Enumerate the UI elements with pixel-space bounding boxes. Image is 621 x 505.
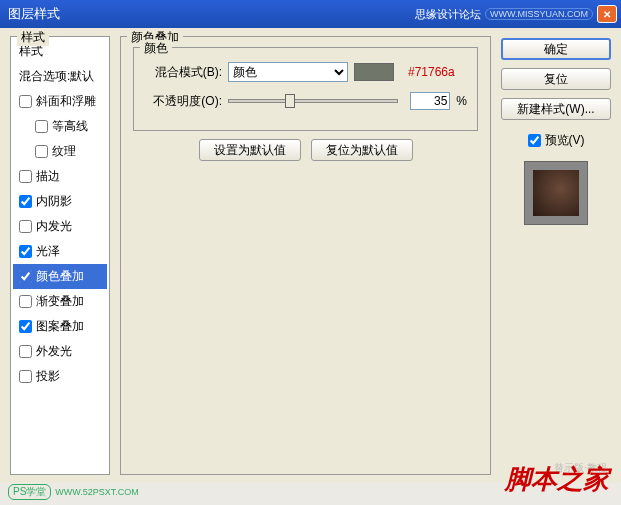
set-default-button[interactable]: 设置为默认值 bbox=[199, 139, 301, 161]
blend-mode-select[interactable]: 颜色 bbox=[228, 62, 348, 82]
style-item-5[interactable]: 描边 bbox=[13, 164, 107, 189]
style-item-label: 纹理 bbox=[52, 143, 76, 160]
preview-label: 预览(V) bbox=[545, 132, 585, 149]
style-item-label: 内阴影 bbox=[36, 193, 72, 210]
style-item-label: 光泽 bbox=[36, 243, 60, 260]
style-item-label: 内发光 bbox=[36, 218, 72, 235]
style-item-label: 图案叠加 bbox=[36, 318, 84, 335]
style-item-label: 投影 bbox=[36, 368, 60, 385]
style-item-1[interactable]: 混合选项:默认 bbox=[13, 64, 107, 89]
opacity-unit: % bbox=[456, 94, 467, 108]
style-item-6[interactable]: 内阴影 bbox=[13, 189, 107, 214]
style-checkbox[interactable] bbox=[19, 170, 32, 183]
style-checkbox[interactable] bbox=[35, 120, 48, 133]
styles-panel: 样式 样式混合选项:默认斜面和浮雕等高线纹理描边内阴影内发光光泽颜色叠加渐变叠加… bbox=[10, 36, 110, 475]
preview-thumbnail bbox=[524, 161, 588, 225]
style-item-label: 外发光 bbox=[36, 343, 72, 360]
footer-url: WWW.52PSXT.COM bbox=[55, 487, 139, 497]
preview-checkbox[interactable] bbox=[528, 134, 541, 147]
close-icon[interactable]: ✕ bbox=[597, 5, 617, 23]
style-item-3[interactable]: 等高线 bbox=[13, 114, 107, 139]
opacity-input[interactable] bbox=[410, 92, 450, 110]
style-item-9[interactable]: 颜色叠加 bbox=[13, 264, 107, 289]
style-checkbox[interactable] bbox=[19, 345, 32, 358]
window-title: 图层样式 bbox=[4, 5, 415, 23]
style-item-4[interactable]: 纹理 bbox=[13, 139, 107, 164]
style-item-7[interactable]: 内发光 bbox=[13, 214, 107, 239]
color-swatch[interactable] bbox=[354, 63, 394, 81]
forum-url: WWW.MISSYUAN.COM bbox=[485, 8, 593, 20]
style-checkbox[interactable] bbox=[19, 370, 32, 383]
forum-link: 思缘设计论坛 bbox=[415, 7, 481, 22]
reset-default-button[interactable]: 复位为默认值 bbox=[311, 139, 413, 161]
style-item-10[interactable]: 渐变叠加 bbox=[13, 289, 107, 314]
blend-mode-label: 混合模式(B): bbox=[144, 64, 222, 81]
options-panel: 颜色叠加 颜色 混合模式(B): 颜色 #71766a 不透明度(O): % 设… bbox=[120, 36, 491, 475]
cancel-button[interactable]: 复位 bbox=[501, 68, 611, 90]
style-checkbox[interactable] bbox=[19, 270, 32, 283]
style-checkbox[interactable] bbox=[19, 245, 32, 258]
style-checkbox[interactable] bbox=[19, 320, 32, 333]
style-item-12[interactable]: 外发光 bbox=[13, 339, 107, 364]
style-checkbox[interactable] bbox=[19, 195, 32, 208]
style-item-label: 斜面和浮雕 bbox=[36, 93, 96, 110]
style-checkbox[interactable] bbox=[19, 295, 32, 308]
style-item-label: 描边 bbox=[36, 168, 60, 185]
new-style-button[interactable]: 新建样式(W)... bbox=[501, 98, 611, 120]
style-item-label: 颜色叠加 bbox=[36, 268, 84, 285]
style-item-13[interactable]: 投影 bbox=[13, 364, 107, 389]
color-group-label: 颜色 bbox=[140, 40, 172, 57]
style-checkbox[interactable] bbox=[19, 220, 32, 233]
style-checkbox[interactable] bbox=[19, 95, 32, 108]
style-checkbox[interactable] bbox=[35, 145, 48, 158]
ok-button[interactable]: 确定 bbox=[501, 38, 611, 60]
style-item-11[interactable]: 图案叠加 bbox=[13, 314, 107, 339]
footer-badge: PS学堂 bbox=[8, 484, 51, 500]
style-item-label: 等高线 bbox=[52, 118, 88, 135]
style-item-label: 渐变叠加 bbox=[36, 293, 84, 310]
opacity-slider[interactable] bbox=[228, 99, 398, 103]
styles-label: 样式 bbox=[17, 29, 49, 46]
style-item-8[interactable]: 光泽 bbox=[13, 239, 107, 264]
style-item-label: 混合选项:默认 bbox=[19, 68, 94, 85]
style-item-2[interactable]: 斜面和浮雕 bbox=[13, 89, 107, 114]
color-hex: #71766a bbox=[408, 65, 455, 79]
watermark: 脚本之家 bbox=[505, 462, 609, 497]
opacity-label: 不透明度(O): bbox=[144, 93, 222, 110]
